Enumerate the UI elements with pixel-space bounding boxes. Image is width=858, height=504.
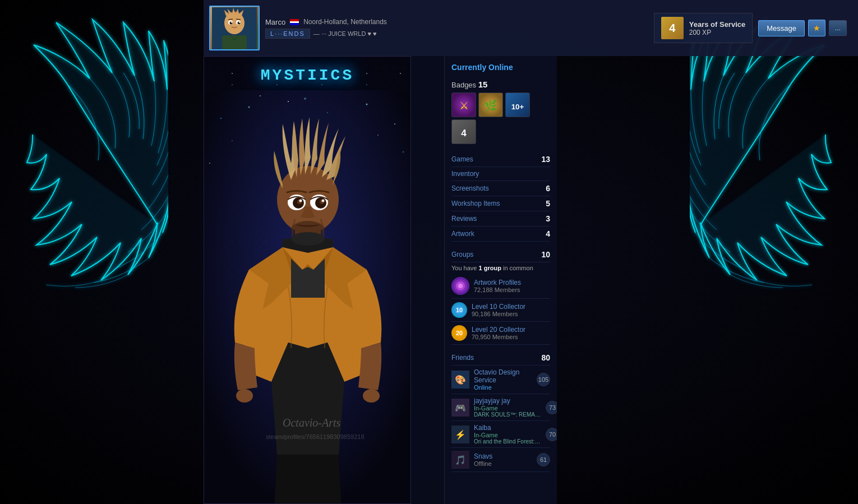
- flag-icon: [290, 19, 299, 25]
- friend-info: Kaiba In-Game Ori and the Blind Forest: …: [474, 424, 541, 445]
- friend-item-3[interactable]: ⚡ Kaiba In-Game Ori and the Blind Forest…: [451, 421, 550, 448]
- years-count: 4: [661, 17, 684, 39]
- friends-label: Friends: [451, 354, 474, 362]
- groups-stat[interactable]: Groups 10: [451, 247, 550, 262]
- badge-item[interactable]: 🌿: [478, 93, 503, 117]
- years-of-service: 4 Years of Service 200 XP: [654, 13, 753, 43]
- showcase-side-panel: [411, 56, 445, 504]
- svg-point-11: [248, 107, 250, 108]
- friend-avatar: ⚡: [451, 426, 469, 443]
- collector-badge-20: 20: [451, 325, 467, 341]
- inventory-stat[interactable]: Inventory: [451, 167, 550, 181]
- svg-point-13: [327, 112, 328, 113]
- svg-text:🌿: 🌿: [484, 99, 497, 112]
- games-stat[interactable]: Games 13: [451, 152, 550, 167]
- top-bar: Marco Noord-Holland, Netherlands L∙∙∙END…: [204, 0, 858, 56]
- svg-point-19: [209, 163, 210, 164]
- artwork-label: Artwork: [451, 230, 474, 238]
- collector-members: 90,186 Members: [472, 311, 550, 317]
- game-tag: L∙∙∙ENDS: [265, 29, 310, 39]
- gift-button[interactable]: ★: [808, 20, 825, 36]
- badges-row: ⚔ 🌿 10+: [451, 93, 550, 144]
- friend-status: Online: [474, 384, 532, 391]
- svg-point-12: [288, 101, 289, 102]
- friend-game: Ori and the Blind Forest: Definitive...: [474, 438, 541, 445]
- reviews-label: Reviews: [451, 215, 477, 223]
- friend-name: jayjayjay jay: [474, 397, 541, 405]
- badges-header: Badges 15: [451, 80, 550, 89]
- svg-text:⚔: ⚔: [459, 100, 469, 112]
- svg-point-18: [304, 98, 306, 100]
- svg-point-34: [291, 232, 325, 246]
- svg-point-10: [220, 118, 222, 119]
- friend-status: In-Game: [474, 432, 541, 438]
- workshop-count: 5: [546, 199, 550, 208]
- svg-point-5: [238, 21, 241, 24]
- svg-text:steam/profiles/765611983098592: steam/profiles/76561198309859218: [266, 433, 365, 440]
- friend-mutual: 61: [537, 453, 550, 466]
- svg-point-17: [377, 135, 379, 136]
- avatar[interactable]: [209, 6, 260, 50]
- group-item-level10[interactable]: 10 Level 10 Collector 90,186 Members: [451, 299, 550, 322]
- badge-item[interactable]: 10+: [505, 93, 530, 117]
- badge-item[interactable]: 4: [451, 119, 476, 144]
- artwork-stat[interactable]: Artwork 4: [451, 226, 550, 242]
- friends-count: 80: [541, 353, 550, 362]
- svg-rect-8: [222, 35, 247, 49]
- friend-name: Kaiba: [474, 424, 541, 432]
- svg-point-6: [231, 22, 232, 23]
- reviews-stat[interactable]: Reviews 3: [451, 211, 550, 226]
- group-item-level20[interactable]: 20 Level 20 Collector 70,950 Members: [451, 322, 550, 345]
- collector-name: Level 10 Collector: [472, 303, 550, 311]
- friend-avatar: 🎮: [451, 399, 469, 417]
- badges-count: 15: [478, 80, 488, 89]
- friend-item-1[interactable]: 🎨 Octavio Design Service Online 105: [451, 366, 550, 394]
- message-button[interactable]: Message: [758, 20, 805, 36]
- collector-info: Level 10 Collector 90,186 Members: [472, 303, 550, 317]
- svg-point-7: [239, 22, 240, 23]
- groups-common-text: You have 1 group in common: [451, 265, 550, 271]
- screenshots-label: Screenshots: [451, 184, 489, 192]
- group-item-artwork-profiles[interactable]: Artwork Profiles 72,188 Members: [451, 274, 550, 299]
- svg-text:🎨: 🎨: [455, 374, 466, 385]
- svg-point-31: [322, 200, 325, 202]
- svg-point-16: [232, 140, 233, 141]
- friend-item-4[interactable]: 🎵 Snavs Offline 61: [451, 448, 550, 472]
- svg-point-50: [458, 284, 463, 288]
- badge-item[interactable]: ⚔: [451, 93, 476, 117]
- collector-info: Level 20 Collector 70,950 Members: [472, 326, 550, 340]
- svg-text:⚡: ⚡: [455, 429, 466, 440]
- collector-name: Level 20 Collector: [472, 326, 550, 334]
- friend-info: jayjayjay jay In-Game DARK SOULS™: REMAS…: [474, 397, 541, 418]
- friend-avatar: 🎵: [451, 451, 469, 469]
- games-count: 13: [541, 155, 550, 164]
- screenshots-stat[interactable]: Screenshots 6: [451, 181, 550, 196]
- badges-section: Badges 15 ⚔: [451, 80, 550, 144]
- group-info: Artwork Profiles 72,188 Members: [474, 279, 521, 293]
- svg-point-21: [260, 95, 261, 96]
- friend-info: Octavio Design Service Online: [474, 368, 532, 391]
- friends-section: Friends 80 🎨 Octavio Design Service Onli…: [451, 350, 550, 472]
- group-members: 72,188 Members: [474, 286, 521, 293]
- figure-area: Octavio-Arts steam/profiles/765611983098…: [204, 90, 410, 503]
- svg-text:🎵: 🎵: [455, 455, 466, 465]
- svg-point-15: [394, 123, 395, 124]
- svg-text:🎮: 🎮: [455, 403, 466, 413]
- groups-label: Groups: [451, 251, 473, 258]
- friends-stat[interactable]: Friends 80: [451, 350, 550, 366]
- friend-game: DARK SOULS™: REMASTERED: [474, 411, 541, 418]
- friend-item-2[interactable]: 🎮 jayjayjay jay In-Game DARK SOULS™: REM…: [451, 394, 550, 421]
- friend-status: Offline: [474, 460, 532, 467]
- more-button[interactable]: ...: [829, 20, 847, 36]
- svg-text:Octavio-Arts: Octavio-Arts: [283, 417, 341, 429]
- svg-point-36: [363, 389, 380, 403]
- collector-members: 70,950 Members: [472, 334, 550, 340]
- workshop-stat[interactable]: Workshop Items 5: [451, 196, 550, 211]
- group-name: Artwork Profiles: [474, 279, 521, 286]
- showcase-title: MYSTIICS: [204, 67, 410, 84]
- game-bar: L∙∙∙ENDS — ··· JUICE WRLD ♥ ♥: [265, 29, 648, 39]
- friend-mutual: 105: [537, 373, 550, 386]
- workshop-label: Workshop Items: [451, 200, 500, 207]
- artwork-showcase: MYSTIICS: [204, 56, 411, 504]
- inventory-label: Inventory: [451, 170, 479, 178]
